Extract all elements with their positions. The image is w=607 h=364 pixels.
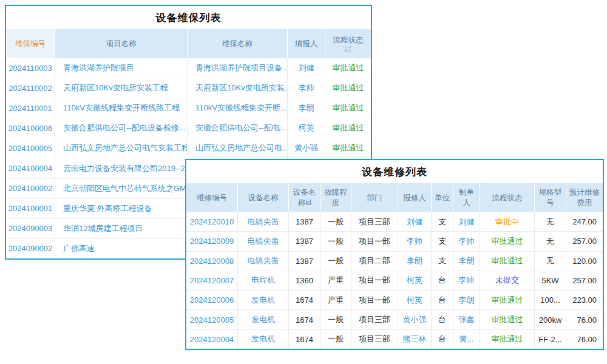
maintenance-id-link[interactable]: 2024100005 xyxy=(6,138,55,158)
maintenance-name-cell[interactable]: 天府新区10Kv变电所安装... xyxy=(187,78,287,98)
estimated-cost-cell: 223.00 xyxy=(566,291,603,309)
sort-icon[interactable] xyxy=(344,46,352,52)
maintenance-name-cell[interactable]: 110kV安徽线程集变开断... xyxy=(187,98,287,118)
maintenance-id-link[interactable]: 2024090002 xyxy=(6,239,55,258)
unit-cell: 台 xyxy=(431,271,453,290)
department-cell: 项目一部 xyxy=(351,291,398,309)
device-id-cell: 1674 xyxy=(288,291,320,309)
estimated-cost-cell: 120.00 xyxy=(566,252,603,271)
project-name-cell[interactable]: 云南电力设备安装有限公司2019--2... xyxy=(55,158,187,178)
repair-id-link[interactable]: 2024120010 xyxy=(186,212,237,231)
repair-id-link[interactable]: 2024120008 xyxy=(186,252,237,271)
repair-reporter-cell[interactable]: 熊三林 xyxy=(398,330,431,349)
project-name-cell[interactable]: 广佛高速 xyxy=(55,239,187,258)
department-cell: 项目三部 xyxy=(351,330,398,349)
spec-model-cell: 无 xyxy=(534,232,566,251)
project-name-cell[interactable]: 山西弘文房地产总公司电气安装工程 xyxy=(55,138,187,158)
maintenance-id-link[interactable]: 2024110001 xyxy=(6,98,55,118)
device-name-cell[interactable]: 发电机 xyxy=(237,291,288,309)
device-name-cell[interactable]: 电镐尖凿 xyxy=(237,212,288,231)
creator-cell[interactable]: 刘健 xyxy=(453,212,480,231)
table-row: 2024100005 山西弘文房地产总公司电气安装工程 山西弘文房地产总公司电.… xyxy=(6,138,371,158)
project-name-cell[interactable]: 天府新区10Kv变电所安装工程 xyxy=(55,78,187,98)
project-name-cell[interactable]: 青海洪湖养护院项目 xyxy=(55,58,187,78)
status-cell: 审批通过 xyxy=(480,330,534,349)
estimated-cost-cell: 257.00 xyxy=(566,271,603,290)
repair-reporter-cell[interactable]: 黄小强 xyxy=(398,310,431,329)
repair-id-link[interactable]: 2024120004 xyxy=(186,330,237,349)
device-name-cell[interactable]: 发电机 xyxy=(237,330,288,349)
project-name-cell[interactable]: 华润12城房建工程项目 xyxy=(55,219,187,238)
column-header-device-id: 设备名称id xyxy=(288,183,320,212)
maintenance-id-link[interactable]: 2024110003 xyxy=(6,58,55,78)
device-id-cell: 1387 xyxy=(288,212,320,231)
unit-cell: 台 xyxy=(431,310,453,329)
repair-reporter-cell[interactable]: 李帅 xyxy=(398,232,431,251)
maintenance-id-link[interactable]: 2024100006 xyxy=(6,118,55,138)
repair-reporter-cell[interactable]: 柯英 xyxy=(398,291,431,309)
repair-id-link[interactable]: 2024120006 xyxy=(186,291,237,309)
repair-reporter-cell[interactable]: 李朗 xyxy=(398,252,431,271)
column-header-process-status: 流程状态 xyxy=(480,183,534,212)
unit-cell: 台 xyxy=(431,291,453,309)
creator-cell[interactable]: 张鑫 xyxy=(453,310,480,329)
reporter-cell[interactable]: 李帅 xyxy=(287,78,325,98)
estimated-cost-cell: 76.00 xyxy=(566,310,603,329)
reporter-cell[interactable]: 黄小强 xyxy=(287,138,325,158)
project-name-cell[interactable]: 重庆华夏 外高桥工程设备 xyxy=(55,199,187,218)
project-name-cell[interactable]: 110kV安徽线程集变开断线路工程 xyxy=(55,98,187,118)
creator-cell[interactable]: 李帅 xyxy=(453,232,480,251)
reporter-cell[interactable]: 柯英 xyxy=(287,118,325,138)
maintenance-table-header: 维保编号 项目名称 维保名称 填报人 流程状态 xyxy=(6,29,371,58)
device-name-cell[interactable]: 电镐尖凿 xyxy=(237,252,288,271)
spec-model-cell: 无 xyxy=(534,212,566,231)
maintenance-name-cell[interactable]: 安徽合肥供电公司--配电... xyxy=(187,118,287,138)
repair-reporter-cell[interactable]: 刘健 xyxy=(398,212,431,231)
repair-id-link[interactable]: 2024120007 xyxy=(186,271,237,290)
device-name-cell[interactable]: 电焊机 xyxy=(237,271,288,290)
reporter-cell[interactable]: 李朗 xyxy=(287,98,325,118)
project-name-cell[interactable]: 北京朝阳区电气中芯特气系统之GM... xyxy=(55,179,187,198)
table-row: 2024120006 发电机 1674 严重 项目一部 柯英 台 李朗 审批通过… xyxy=(186,291,603,310)
creator-cell[interactable]: 黄... xyxy=(453,330,480,349)
device-name-cell[interactable]: 发电机 xyxy=(237,310,288,329)
column-header-creator: 制单人 xyxy=(453,183,480,212)
department-cell: 项目一部 xyxy=(351,271,398,290)
fault-level-cell: 一般 xyxy=(320,330,351,349)
device-name-cell[interactable]: 电镐尖凿 xyxy=(237,232,288,251)
creator-cell[interactable]: 李朗 xyxy=(453,252,480,271)
status-cell: 审批通过 xyxy=(480,310,534,329)
project-name-cell[interactable]: 安徽合肥供电公司--配电设备检修... xyxy=(55,118,187,138)
creator-cell[interactable]: 李朗 xyxy=(453,291,480,309)
repair-id-link[interactable]: 2024120009 xyxy=(186,232,237,251)
column-header-maintenance-name: 维保名称 xyxy=(187,29,287,58)
maintenance-id-link[interactable]: 2024110002 xyxy=(6,78,55,98)
table-row: 2024110003 青海洪湖养护院项目 青海洪湖养护院项目设备... 刘健 审… xyxy=(6,58,371,78)
column-header-process-status[interactable]: 流程状态 xyxy=(325,29,371,58)
maintenance-id-link[interactable]: 2024100002 xyxy=(6,179,55,198)
fault-level-cell: 一般 xyxy=(320,252,351,271)
repair-reporter-cell[interactable]: 柯英 xyxy=(398,271,431,290)
maintenance-name-cell[interactable]: 青海洪湖养护院项目设备... xyxy=(187,58,287,78)
reporter-cell[interactable]: 刘健 xyxy=(287,58,325,78)
creator-cell[interactable]: 李帅 xyxy=(453,271,480,290)
repair-id-link[interactable]: 2024120005 xyxy=(186,310,237,329)
unit-cell: 支 xyxy=(431,232,453,251)
status-cell: 审批中 xyxy=(480,212,534,231)
maintenance-id-link[interactable]: 2024090003 xyxy=(6,219,55,238)
unit-cell: 支 xyxy=(431,212,453,231)
column-header-unit: 单位 xyxy=(431,183,453,212)
department-cell: 项目二部 xyxy=(351,252,398,271)
repair-table-body: 2024120010 电镐尖凿 1387 一般 项目三部 刘健 支 刘健 审批中… xyxy=(186,212,603,349)
department-cell: 项目三部 xyxy=(351,212,398,231)
status-cell: 审批通过 xyxy=(325,138,371,158)
fault-level-cell: 严重 xyxy=(320,291,351,309)
maintenance-id-link[interactable]: 2024100004 xyxy=(6,158,55,178)
status-cell: 审批通过 xyxy=(480,252,534,271)
status-cell: 审批通过 xyxy=(480,291,534,309)
maintenance-id-link[interactable]: 2024100001 xyxy=(6,199,55,218)
unit-cell: 台 xyxy=(431,330,453,349)
maintenance-name-cell[interactable]: 山西弘文房地产总公司电... xyxy=(187,138,287,158)
device-id-cell: 1674 xyxy=(288,330,320,349)
column-header-estimated-cost: 预计维修费用 xyxy=(566,183,603,212)
